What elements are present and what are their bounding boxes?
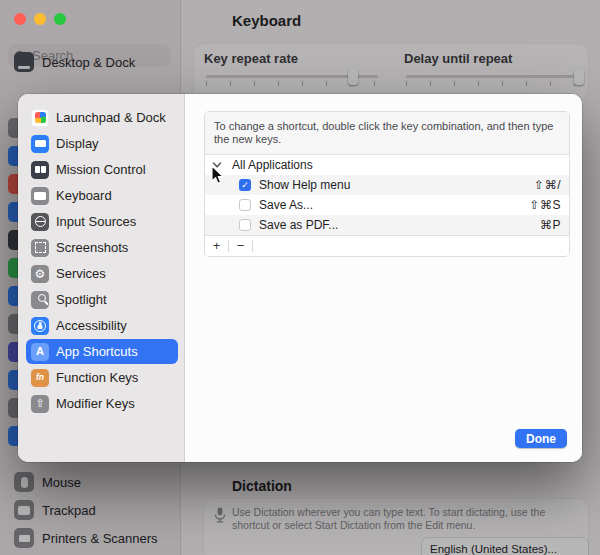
sheet-sidebar-item-label: Keyboard (56, 188, 112, 203)
sheet-sidebar-item-label: Spotlight (56, 292, 107, 307)
sheet-sidebar-item-keyboard[interactable]: Keyboard (26, 183, 178, 208)
system-settings-screen: Search Desktop & Dock Mouse Trackpad Pri… (0, 0, 600, 555)
sheet-sidebar-item-display[interactable]: Display (26, 131, 178, 156)
spotlight-icon (31, 291, 49, 309)
sheet-sidebar-item-modifier-keys[interactable]: ⇧Modifier Keys (26, 391, 178, 416)
minimize-button[interactable] (34, 13, 46, 25)
shortcut-checkbox[interactable] (239, 199, 251, 211)
window-controls (14, 13, 66, 25)
sheet-sidebar-item-launchpad-dock[interactable]: Launchpad & Dock (26, 105, 178, 130)
shortcut-checkbox[interactable]: ✓ (239, 179, 251, 191)
sheet-sidebar: Launchpad & DockDisplayMission ControlKe… (18, 94, 185, 462)
sheet-sidebar-item-label: Input Sources (56, 214, 136, 229)
services-icon: ⚙ (31, 265, 49, 283)
sheet-sidebar-item-label: Modifier Keys (56, 396, 135, 411)
sheet-sidebar-item-function-keys[interactable]: fnFunction Keys (26, 365, 178, 390)
sheet-sidebar-item-label: Function Keys (56, 370, 138, 385)
sheet-sidebar-item-screenshots[interactable]: Screenshots (26, 235, 178, 260)
zoom-button[interactable] (54, 13, 66, 25)
close-button[interactable] (14, 13, 26, 25)
shortcut-checkbox[interactable] (239, 219, 251, 231)
sheet-sidebar-item-input-sources[interactable]: Input Sources (26, 209, 178, 234)
shortcut-label: Save As... (259, 198, 313, 212)
mission-icon (31, 161, 49, 179)
sheet-sidebar-item-spotlight[interactable]: Spotlight (26, 287, 178, 312)
shortcut-row[interactable]: Save As...⇧⌘S (205, 195, 569, 215)
screenshots-icon (31, 239, 49, 257)
sheet-content: To change a shortcut, double click the k… (185, 94, 582, 462)
remove-shortcut-button[interactable]: − (229, 236, 252, 256)
sheet-sidebar-item-mission-control[interactable]: Mission Control (26, 157, 178, 182)
sheet-sidebar-item-label: Display (56, 136, 99, 151)
table-footer: + − (205, 235, 569, 256)
modifier-keys-icon: ⇧ (31, 395, 49, 413)
instructions-text: To change a shortcut, double click the k… (205, 112, 569, 155)
add-shortcut-button[interactable]: + (205, 236, 228, 256)
shortcut-label: Save as PDF... (259, 218, 338, 232)
display-icon (31, 135, 49, 153)
sheet-sidebar-item-accessibility[interactable]: Accessibility (26, 313, 178, 338)
footer-divider (252, 240, 253, 252)
sheet-sidebar-item-label: Mission Control (56, 162, 146, 177)
sheet-sidebar-item-label: Launchpad & Dock (56, 110, 166, 125)
sheet-sidebar-item-label: Screenshots (56, 240, 128, 255)
shortcut-keys: ⌘P (540, 218, 561, 232)
launchpad-icon (31, 109, 49, 127)
sheet-sidebar-item-app-shortcuts[interactable]: AApp Shortcuts (26, 339, 178, 364)
sheet-sidebar-item-services[interactable]: ⚙Services (26, 261, 178, 286)
accessibility-icon (31, 317, 49, 335)
sheet-sidebar-item-label: Accessibility (56, 318, 127, 333)
shortcut-row[interactable]: Save as PDF...⌘P (205, 215, 569, 235)
shortcut-row[interactable]: ✓Show Help menu⇧⌘/ (205, 175, 569, 195)
mouse-cursor (210, 165, 224, 185)
shortcut-group-row[interactable]: All Applications (205, 155, 569, 175)
sheet-sidebar-item-label: Services (56, 266, 106, 281)
done-button[interactable]: Done (515, 429, 567, 448)
function-keys-icon: fn (31, 369, 49, 387)
sheet-sidebar-item-label: App Shortcuts (56, 344, 138, 359)
app-shortcuts-icon: A (31, 343, 49, 361)
shortcuts-panel: To change a shortcut, double click the k… (204, 111, 570, 257)
shortcut-label: Show Help menu (259, 178, 350, 192)
app-shortcuts-sheet: Launchpad & DockDisplayMission ControlKe… (18, 94, 582, 462)
input-icon (31, 213, 49, 231)
keyboard-icon (31, 187, 49, 205)
shortcut-keys: ⇧⌘S (529, 198, 561, 212)
shortcut-keys: ⇧⌘/ (534, 178, 561, 192)
shortcut-label: All Applications (232, 158, 313, 172)
shortcut-table: All Applications✓Show Help menu⇧⌘/Save A… (205, 155, 569, 235)
